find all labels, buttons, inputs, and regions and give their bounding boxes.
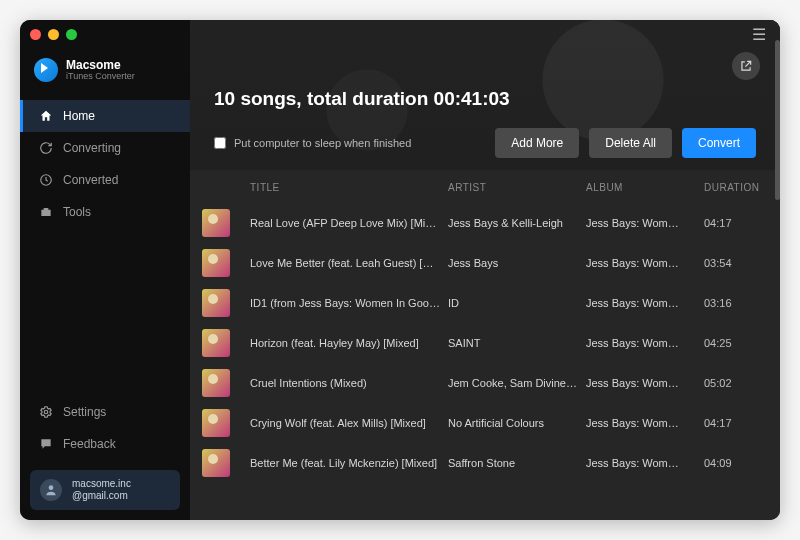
account-line1: macsome.inc (72, 478, 131, 490)
track-title: Horizon (feat. Hayley May) [Mixed] (250, 337, 440, 349)
svg-point-1 (44, 410, 48, 414)
track-artist: Jess Bays (448, 257, 578, 269)
sidebar-item-label: Feedback (63, 437, 116, 451)
gear-icon (39, 405, 53, 419)
track-artwork (202, 369, 230, 397)
popout-button[interactable] (732, 52, 760, 80)
track-album: Jess Bays: Wom… (586, 337, 696, 349)
chat-icon (39, 437, 53, 451)
track-album: Jess Bays: Wom… (586, 377, 696, 389)
sidebar-item-label: Converted (63, 173, 118, 187)
track-title: Cruel Intentions (Mixed) (250, 377, 440, 389)
sleep-label: Put computer to sleep when finished (234, 137, 411, 149)
table-row[interactable]: Better Me (feat. Lily Mckenzie) [Mixed]S… (190, 443, 776, 483)
delete-all-button[interactable]: Delete All (589, 128, 672, 158)
track-duration: 04:25 (704, 337, 764, 349)
track-artwork (202, 449, 230, 477)
track-duration: 04:17 (704, 217, 764, 229)
add-more-button[interactable]: Add More (495, 128, 579, 158)
sleep-checkbox[interactable] (214, 137, 226, 149)
table-row[interactable]: ID1 (from Jess Bays: Women In Good Co…ID… (190, 283, 776, 323)
toolbox-icon (39, 205, 53, 219)
window-controls (30, 29, 77, 40)
primary-nav: Home Converting Converted Tools (20, 100, 190, 228)
minimize-window-button[interactable] (48, 29, 59, 40)
home-icon (39, 109, 53, 123)
track-album: Jess Bays: Wom… (586, 217, 696, 229)
sleep-option[interactable]: Put computer to sleep when finished (214, 137, 411, 149)
avatar-icon (40, 479, 62, 501)
app-logo-icon (34, 58, 58, 82)
main-panel: 10 songs, total duration 00:41:03 Put co… (190, 20, 780, 520)
sidebar-item-home[interactable]: Home (20, 100, 190, 132)
scrollbar[interactable] (775, 40, 780, 200)
track-artwork (202, 329, 230, 357)
menu-icon[interactable]: ☰ (752, 25, 770, 44)
brand: Macsome iTunes Converter (20, 54, 190, 100)
sidebar-item-feedback[interactable]: Feedback (20, 428, 190, 460)
table-row[interactable]: Love Me Better (feat. Leah Guest) [Dub M… (190, 243, 776, 283)
track-duration: 04:09 (704, 457, 764, 469)
page-title: 10 songs, total duration 00:41:03 (214, 88, 756, 110)
close-window-button[interactable] (30, 29, 41, 40)
track-album: Jess Bays: Wom… (586, 297, 696, 309)
track-artist: Jem Cooke, Sam Divine & Ha… (448, 377, 578, 389)
convert-button[interactable]: Convert (682, 128, 756, 158)
app-name: Macsome (66, 59, 135, 71)
track-title: Real Love (AFP Deep Love Mix) [Mixed] (250, 217, 440, 229)
col-duration: DURATION (704, 182, 764, 193)
track-artist: ID (448, 297, 578, 309)
track-artist: SAINT (448, 337, 578, 349)
titlebar: ☰ (20, 20, 780, 48)
sidebar-item-converting[interactable]: Converting (20, 132, 190, 164)
sidebar-item-label: Settings (63, 405, 106, 419)
track-title: ID1 (from Jess Bays: Women In Good Co… (250, 297, 440, 309)
track-artwork (202, 249, 230, 277)
track-album: Jess Bays: Wom… (586, 457, 696, 469)
sidebar-item-label: Home (63, 109, 95, 123)
track-title: Love Me Better (feat. Leah Guest) [Dub M… (250, 257, 440, 269)
track-artwork (202, 209, 230, 237)
table-row[interactable]: Crying Wolf (feat. Alex Mills) [Mixed]No… (190, 403, 776, 443)
account-line2: @gmail.com (72, 490, 131, 502)
track-duration: 04:17 (704, 417, 764, 429)
track-artwork (202, 409, 230, 437)
sidebar-item-converted[interactable]: Converted (20, 164, 190, 196)
sidebar-item-label: Tools (63, 205, 91, 219)
col-title: TITLE (250, 182, 440, 193)
zoom-window-button[interactable] (66, 29, 77, 40)
account-chip[interactable]: macsome.inc @gmail.com (30, 470, 180, 510)
track-artist: Saffron Stone (448, 457, 578, 469)
track-album: Jess Bays: Wom… (586, 417, 696, 429)
sidebar-item-label: Converting (63, 141, 121, 155)
track-artist: No Artificial Colours (448, 417, 578, 429)
track-duration: 05:02 (704, 377, 764, 389)
table-row[interactable]: Cruel Intentions (Mixed)Jem Cooke, Sam D… (190, 363, 776, 403)
col-artist: ARTIST (448, 182, 578, 193)
table-row[interactable]: Real Love (AFP Deep Love Mix) [Mixed]Jes… (190, 203, 776, 243)
table-header: TITLE ARTIST ALBUM DURATION (190, 170, 776, 203)
refresh-icon (39, 141, 53, 155)
sidebar-item-settings[interactable]: Settings (20, 396, 190, 428)
track-duration: 03:16 (704, 297, 764, 309)
track-duration: 03:54 (704, 257, 764, 269)
track-artwork (202, 289, 230, 317)
track-title: Crying Wolf (feat. Alex Mills) [Mixed] (250, 417, 440, 429)
clock-icon (39, 173, 53, 187)
col-album: ALBUM (586, 182, 696, 193)
track-album: Jess Bays: Wom… (586, 257, 696, 269)
track-table: TITLE ARTIST ALBUM DURATION Real Love (A… (190, 170, 780, 520)
sidebar-item-tools[interactable]: Tools (20, 196, 190, 228)
sidebar: Macsome iTunes Converter Home Converting (20, 20, 190, 520)
track-title: Better Me (feat. Lily Mckenzie) [Mixed] (250, 457, 440, 469)
svg-point-2 (49, 485, 54, 490)
app-window: ☰ Macsome iTunes Converter Home Converti… (20, 20, 780, 520)
table-row[interactable]: Horizon (feat. Hayley May) [Mixed]SAINTJ… (190, 323, 776, 363)
track-artist: Jess Bays & Kelli-Leigh (448, 217, 578, 229)
app-subtitle: iTunes Converter (66, 71, 135, 82)
